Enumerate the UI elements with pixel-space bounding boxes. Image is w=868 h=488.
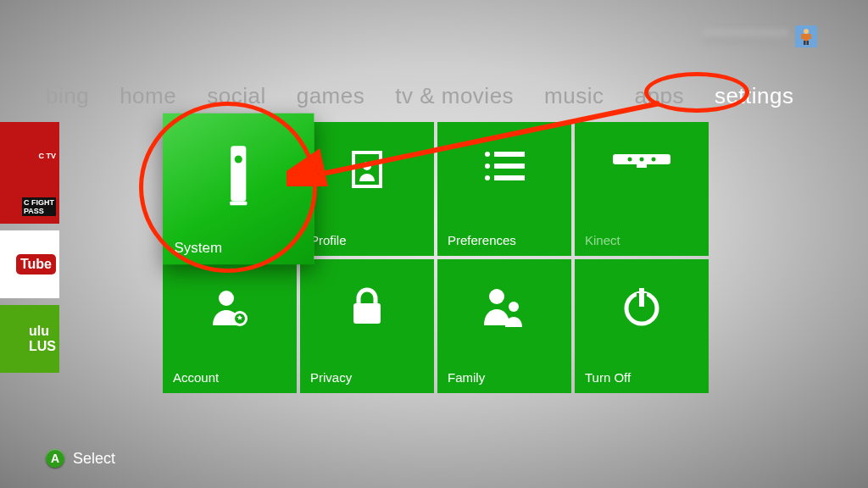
youtube-icon: Tube (16, 254, 56, 274)
side-tile-label2: LUS (29, 339, 56, 353)
tile-label: System (175, 239, 303, 255)
nav-item-music[interactable]: music (544, 83, 604, 109)
svg-rect-21 (637, 164, 647, 168)
svg-rect-30 (639, 288, 644, 307)
side-tile-label2: PASS (24, 207, 44, 215)
side-tile-label: C FIGHT (24, 198, 54, 207)
svg-rect-5 (807, 41, 810, 45)
account-icon (163, 286, 297, 330)
tile-label: Privacy (310, 370, 424, 385)
console-icon (163, 144, 314, 208)
side-tile-ufc-fightpass[interactable]: C FIGHTPASS (0, 190, 59, 224)
side-tile-hulu[interactable]: uluLUS (0, 305, 59, 373)
top-nav: bing home social games tv & movies music… (46, 83, 868, 109)
gamertag (704, 30, 788, 43)
nav-item-bing[interactable]: bing (46, 83, 89, 109)
adjacent-hub-tiles: C TV C FIGHTPASS Tube uluLUS (0, 122, 59, 380)
side-tile-label: ulu (29, 324, 49, 338)
svg-rect-16 (494, 175, 525, 180)
power-icon (575, 286, 709, 327)
button-hint: A Select (46, 449, 115, 468)
svg-rect-6 (231, 146, 246, 202)
svg-point-15 (485, 175, 490, 180)
svg-rect-1 (804, 34, 809, 41)
tile-preferences[interactable]: Preferences (437, 122, 571, 256)
tile-profile[interactable]: Profile (300, 122, 434, 256)
avatar-figure-icon (798, 27, 815, 46)
family-icon (437, 286, 571, 329)
svg-point-13 (485, 164, 490, 169)
kinect-icon (575, 149, 709, 169)
side-tile-youtube[interactable]: Tube (0, 230, 59, 298)
tile-label: Profile (310, 233, 424, 247)
side-tile-label: C TV (38, 152, 56, 160)
nav-item-home[interactable]: home (120, 83, 176, 109)
svg-point-7 (235, 155, 242, 163)
profile-strip[interactable] (704, 25, 817, 47)
tile-family[interactable]: Family (437, 259, 571, 393)
tile-label: Turn Off (585, 370, 698, 385)
tile-system[interactable]: System (163, 114, 314, 265)
tile-label: Family (448, 370, 561, 385)
nav-item-apps[interactable]: apps (635, 83, 684, 109)
tile-label: Kinect (585, 233, 698, 247)
svg-rect-24 (353, 303, 381, 324)
privacy-icon (300, 286, 434, 327)
svg-rect-8 (230, 202, 247, 206)
hint-label: Select (73, 450, 115, 468)
svg-point-22 (219, 291, 234, 306)
svg-point-25 (489, 289, 504, 304)
svg-rect-14 (494, 164, 525, 169)
tile-privacy[interactable]: Privacy (300, 259, 434, 393)
nav-item-games[interactable]: games (297, 83, 365, 109)
tile-account[interactable]: Account (163, 259, 297, 393)
side-tile-ufc-tv[interactable]: C TV (0, 122, 59, 190)
profile-icon (300, 149, 434, 190)
svg-rect-3 (809, 34, 811, 39)
svg-point-26 (509, 302, 519, 312)
tile-turn-off[interactable]: Turn Off (575, 259, 709, 393)
tile-label: Preferences (448, 233, 561, 247)
svg-point-0 (804, 29, 809, 34)
svg-rect-2 (801, 34, 804, 39)
nav-item-settings[interactable]: settings (715, 83, 794, 109)
tile-kinect[interactable]: Kinect (575, 122, 709, 256)
svg-point-10 (363, 162, 371, 170)
a-button-icon: A (46, 449, 64, 468)
svg-point-11 (485, 152, 490, 157)
nav-item-tvmovies[interactable]: tv & movies (395, 83, 514, 109)
svg-point-18 (628, 158, 632, 162)
preferences-icon (437, 149, 571, 183)
svg-point-20 (652, 158, 656, 162)
svg-rect-12 (494, 152, 525, 157)
svg-point-19 (640, 158, 644, 162)
tile-label: Account (173, 370, 287, 385)
svg-point-23 (232, 311, 248, 326)
nav-item-social[interactable]: social (207, 83, 265, 109)
svg-rect-4 (804, 41, 806, 45)
settings-tile-grid: System Profile Preferences Kinect Accoun… (163, 122, 709, 393)
avatar[interactable] (795, 25, 817, 47)
